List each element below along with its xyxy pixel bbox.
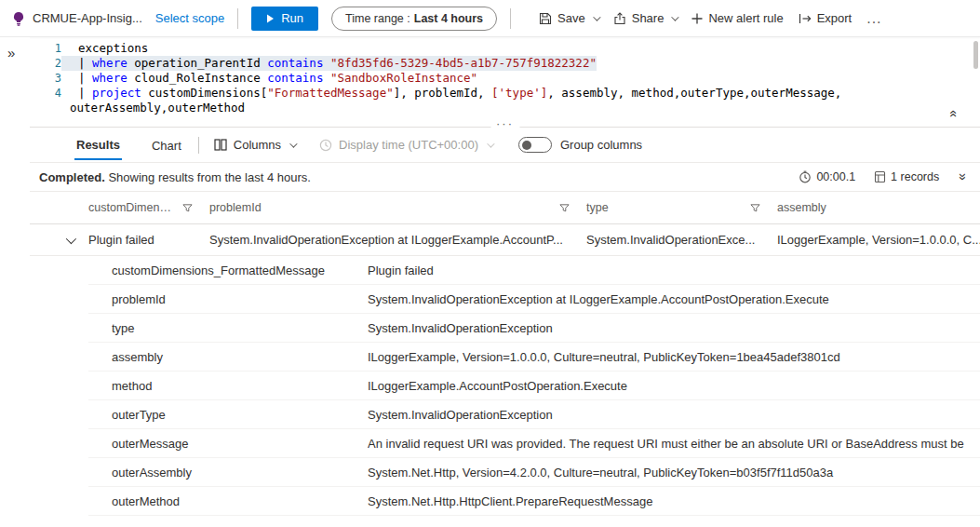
save-icon <box>539 12 552 25</box>
detail-row[interactable]: outerMethodSystem.Net.Http.HttpClient.Pr… <box>88 487 980 516</box>
detail-row[interactable]: assemblyILoggerExample, Version=1.0.0.0,… <box>88 343 980 372</box>
detail-row[interactable]: methodILoggerExample.AccountPostOperatio… <box>88 372 980 400</box>
detail-value: System.InvalidOperationException <box>368 321 980 335</box>
tab-chart[interactable]: Chart <box>150 130 183 159</box>
time-range-label: Time range : <box>345 12 410 25</box>
detail-value: An invalid request URI was provided. The… <box>368 437 980 451</box>
column-header-problemid[interactable]: problemId <box>209 201 586 214</box>
filter-icon[interactable] <box>750 203 760 213</box>
new-alert-rule-button[interactable]: New alert rule <box>691 11 783 25</box>
detail-value: System.Net.Http.HttpClient.PrepareReques… <box>368 494 980 508</box>
collapse-results-icon[interactable]: » <box>956 173 971 181</box>
command-bar: CRMUE-App-Insig... Select scope Run Time… <box>0 0 980 37</box>
plus-icon <box>691 13 703 24</box>
editor-resize-handle[interactable]: ··· <box>490 116 519 130</box>
records-icon <box>874 170 886 183</box>
row-detail-panel: customDimensions_FormattedMessagePlugin … <box>88 256 980 516</box>
save-button[interactable]: Save <box>539 11 598 25</box>
detail-key: assembly <box>112 350 368 364</box>
status-message: Showing results from the last 4 hours. <box>105 170 311 184</box>
editor-line[interactable]: 4| project customDimensions["FormattedMe… <box>30 86 980 101</box>
editor-line[interactable]: 3| where cloud_RoleInstance contains "Sa… <box>30 71 980 86</box>
group-columns-label: Group columns <box>560 138 642 152</box>
more-button[interactable]: ... <box>866 10 881 27</box>
cell-assembly: ILoggerExample, Version=1.0.0.0, C... <box>777 233 980 247</box>
code-text: | where cloud_RoleInstance contains "San… <box>61 71 477 86</box>
tabs-divider <box>198 137 199 154</box>
duration-value: 00:00.1 <box>816 170 855 183</box>
detail-value: ILoggerExample, Version=1.0.0.0, Culture… <box>368 350 980 364</box>
code-text: | project customDimensions["FormattedMes… <box>61 86 841 101</box>
status-completed: Completed. <box>39 170 105 184</box>
detail-row[interactable]: customDimensions_FormattedMessagePlugin … <box>88 256 980 285</box>
toolbar-divider <box>237 8 238 29</box>
stopwatch-icon <box>799 170 812 183</box>
chevron-down-icon <box>593 13 600 20</box>
detail-row[interactable]: typeSystem.InvalidOperationException <box>88 314 980 343</box>
chevron-down-icon <box>487 140 494 147</box>
code-text: outerAssembly,outerMethod <box>53 101 245 115</box>
group-columns-toggle[interactable] <box>518 137 552 153</box>
toggle-knob <box>522 141 531 150</box>
detail-key: outerType <box>112 408 368 422</box>
line-number: 3 <box>30 71 61 86</box>
header-label: problemId <box>209 201 262 214</box>
filter-icon[interactable] <box>559 203 570 213</box>
cell-customdimensions: Plugin failed <box>88 233 209 247</box>
row-expander[interactable] <box>30 236 88 244</box>
editor-line[interactable]: outerAssembly,outerMethod <box>30 101 980 115</box>
detail-row[interactable]: outerMessageAn invalid request URI was p… <box>88 429 980 458</box>
display-time-dropdown[interactable]: Display time (UTC+00:00) <box>319 138 492 152</box>
share-label: Share <box>632 11 665 25</box>
column-header-customdimensions[interactable]: customDimensi... <box>88 201 209 214</box>
tab-results[interactable]: Results <box>74 129 122 160</box>
header-label: assembly <box>777 201 826 214</box>
time-range-value: Last 4 hours <box>414 12 483 25</box>
detail-key: customDimensions_FormattedMessage <box>112 264 368 277</box>
detail-value: System.InvalidOperationException at ILog… <box>368 292 980 306</box>
detail-row[interactable]: outerTypeSystem.InvalidOperationExceptio… <box>88 400 980 429</box>
detail-key: outerAssembly <box>112 466 368 480</box>
export-button[interactable]: Export <box>799 11 852 25</box>
share-icon <box>613 12 626 25</box>
columns-label: Columns <box>234 138 281 152</box>
run-button[interactable]: Run <box>251 7 318 31</box>
detail-row[interactable]: problemIdSystem.InvalidOperationExceptio… <box>88 285 980 314</box>
time-range-pill[interactable]: Time range : Last 4 hours <box>331 7 497 31</box>
query-editor[interactable]: 1exceptions2| where operation_ParentId c… <box>30 37 980 128</box>
editor-line[interactable]: 1exceptions <box>30 41 980 56</box>
editor-scrollbar[interactable] <box>973 41 978 69</box>
line-number: 2 <box>30 56 61 71</box>
export-icon <box>799 13 812 24</box>
detail-row[interactable]: outerAssemblySystem.Net.Http, Version=4.… <box>88 458 980 487</box>
line-number: 1 <box>30 41 61 56</box>
column-header-type[interactable]: type <box>586 201 777 214</box>
collapse-editor-icon[interactable]: » <box>945 110 960 117</box>
records-value: 1 records <box>891 170 939 183</box>
toolbar-divider <box>510 8 511 29</box>
filter-icon[interactable] <box>182 203 193 213</box>
expand-sidebar-icon[interactable]: » <box>7 45 15 61</box>
status-text: Completed. Showing results from the last… <box>39 170 311 184</box>
columns-dropdown[interactable]: Columns <box>214 138 295 152</box>
select-scope-link[interactable]: Select scope <box>155 11 224 25</box>
detail-value: Plugin failed <box>368 264 980 277</box>
play-icon <box>266 14 275 23</box>
results-toolbar: Results Chart Columns Display time (UTC+… <box>30 128 980 162</box>
detail-key: method <box>112 379 368 393</box>
header-label: type <box>586 201 609 214</box>
header-label: customDimensi... <box>88 201 177 214</box>
detail-key: problemId <box>112 292 368 306</box>
share-button[interactable]: Share <box>613 11 678 25</box>
clock-icon <box>319 139 332 152</box>
status-right: 00:00.1 1 records » <box>785 169 967 184</box>
code-text: exceptions <box>61 41 148 56</box>
export-label: Export <box>817 11 852 25</box>
editor-line[interactable]: 2| where operation_ParentId contains "8f… <box>30 56 980 71</box>
detail-key: type <box>112 321 368 335</box>
result-row[interactable]: Plugin failed System.InvalidOperationExc… <box>30 224 980 256</box>
chevron-down-icon <box>672 13 679 20</box>
query-editor-lines: 1exceptions2| where operation_ParentId c… <box>30 41 980 115</box>
display-time-label: Display time (UTC+00:00) <box>339 138 478 152</box>
column-header-assembly[interactable]: assembly <box>777 201 980 214</box>
